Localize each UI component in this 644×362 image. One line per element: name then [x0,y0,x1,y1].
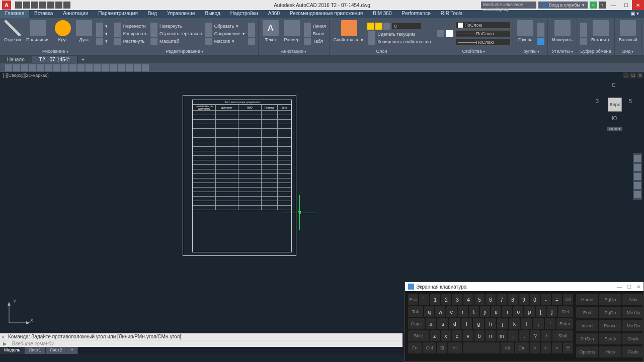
lineweight-combo[interactable]: ———— ПоСлою [455,30,511,37]
vp-close-icon[interactable]: ✕ [637,72,643,78]
sec-btn-17[interactable] [134,64,141,71]
key-home[interactable]: Home [576,294,598,305]
array-button[interactable]: Массив ▾ [204,38,246,45]
copy-button[interactable]: Копировать [113,30,148,37]
group-flyout-2[interactable] [536,30,545,37]
modify-flyout-1[interactable] [247,23,256,30]
paste-flyout-button[interactable] [579,38,588,45]
sec-btn-11[interactable] [86,64,93,71]
vp-minimize-icon[interactable]: — [623,72,629,78]
sec-btn-13[interactable] [102,64,109,71]
key-help[interactable]: Help [599,346,621,357]
rotate-button[interactable]: Повернуть [149,23,203,30]
sec-btn-14[interactable] [110,64,117,71]
key-l[interactable]: l [521,318,532,329]
key-b[interactable]: b [474,330,485,341]
sec-btn-16[interactable] [126,64,133,71]
tab-parametric[interactable]: Параметризация [93,10,143,18]
sec-btn-12[interactable] [94,64,101,71]
key-mvup[interactable]: Mv Up [622,307,644,318]
key-h[interactable]: h [485,318,496,329]
sec-btn-15[interactable] [118,64,125,71]
tab-bim360[interactable]: BIM 360 [368,10,396,18]
linetype-combo[interactable]: ———— ПоСлою [455,39,511,46]
key-u[interactable]: u [491,306,501,317]
viewcube-north[interactable]: С [612,82,615,88]
qat-redo-icon[interactable] [63,2,70,9]
ribbon-options-icon[interactable]: ▣ ▾ [625,10,644,18]
paste-button[interactable]: Вставить [589,19,612,48]
key-e[interactable]: e [446,306,456,317]
osk-close-button[interactable]: ✕ [636,284,640,290]
key-0[interactable]: 0 [530,294,540,305]
key-9[interactable]: 9 [519,294,529,305]
measure-button[interactable]: Измерить [550,19,575,48]
sec-btn-18[interactable] [142,64,149,71]
vp-maximize-icon[interactable]: ☐ [630,72,636,78]
key-Fn[interactable]: Fn [408,342,422,353]
viewcube-face[interactable]: Верх [608,98,622,112]
key-][interactable]: ] [547,306,557,317]
tab-featured[interactable]: Рекомендованные приложения [285,10,368,18]
sec-btn-2[interactable] [13,64,20,71]
add-layout-button[interactable]: + [66,347,77,354]
group-flyout-3[interactable] [536,38,545,45]
tab-performance[interactable]: Performance [397,10,436,18]
panel-label-modify[interactable]: Редактирование [113,48,256,54]
minimize-button[interactable]: — [608,0,620,10]
new-doc-button[interactable]: + [77,56,89,63]
command-line[interactable]: ✕ Команда: Задайте противоположный угол … [0,333,403,347]
baseview-button[interactable]: Базовый [617,19,639,48]
key-2[interactable]: 2 [441,294,451,305]
key-pause[interactable]: Pause [599,320,621,331]
key-d[interactable]: d [449,318,460,329]
key-v[interactable]: v [463,330,473,341]
key-space[interactable] [463,342,499,353]
tab-model[interactable]: Модель [0,347,25,354]
key-pgup[interactable]: PgUp [599,294,621,305]
key-Alt[interactable]: Alt [501,342,514,353]
key-[[interactable]: [ [536,306,546,317]
leader-button[interactable]: Выно [303,30,327,37]
key-Ctrl[interactable]: Ctrl [423,342,436,353]
line-button[interactable]: Отрезок [2,19,23,48]
key->[interactable]: > [552,342,562,353]
exchange-icon[interactable]: ✕ [590,2,597,9]
key-Ctrl[interactable]: Ctrl [515,342,529,353]
prop-icons[interactable] [436,30,454,37]
key-3[interactable]: 3 [452,294,462,305]
key-o[interactable]: o [513,306,523,317]
osk-minimize-button[interactable]: — [617,284,622,290]
key-Esc[interactable]: Esc [408,294,418,305]
key-y[interactable]: y [480,306,490,317]
qat-open-icon[interactable] [23,2,30,9]
key-4[interactable]: 4 [463,294,473,305]
maximize-button[interactable]: ☐ [620,0,632,10]
key-fade[interactable]: Fade [622,346,644,357]
nav-showmotion-icon[interactable] [634,191,641,198]
key-t[interactable]: t [469,306,479,317]
key-;[interactable]: ; [533,318,544,329]
key-i[interactable]: i [502,306,512,317]
sec-btn-4[interactable] [29,64,36,71]
sec-btn-3[interactable] [21,64,28,71]
panel-label-groups[interactable]: Группы [515,48,545,54]
key-k[interactable]: k [509,318,520,329]
key-1[interactable]: 1 [430,294,440,305]
osk-maximize-button[interactable]: ☐ [627,284,631,290]
key-options[interactable]: Options [576,346,598,357]
dimension-button[interactable]: Размер [282,19,302,48]
tab-layout2[interactable]: Лист2 [46,347,67,354]
key-f[interactable]: f [461,318,472,329]
viewcube[interactable]: С Ю З В Верх МСК ▾ [594,82,634,128]
sec-btn-8[interactable] [61,64,68,71]
viewcube-wcs[interactable]: МСК ▾ [607,127,622,131]
table-button[interactable]: Табл [303,38,327,45]
key-<[interactable]: < [530,342,540,353]
text-button[interactable]: AТекст [261,19,281,48]
modify-flyout-3[interactable] [247,38,256,45]
key-∨[interactable]: ∨ [541,342,551,353]
panel-label-annot[interactable]: Аннотации [261,48,327,54]
key-☰[interactable]: ☰ [563,342,573,353]
qat-undo-icon[interactable] [55,2,62,9]
